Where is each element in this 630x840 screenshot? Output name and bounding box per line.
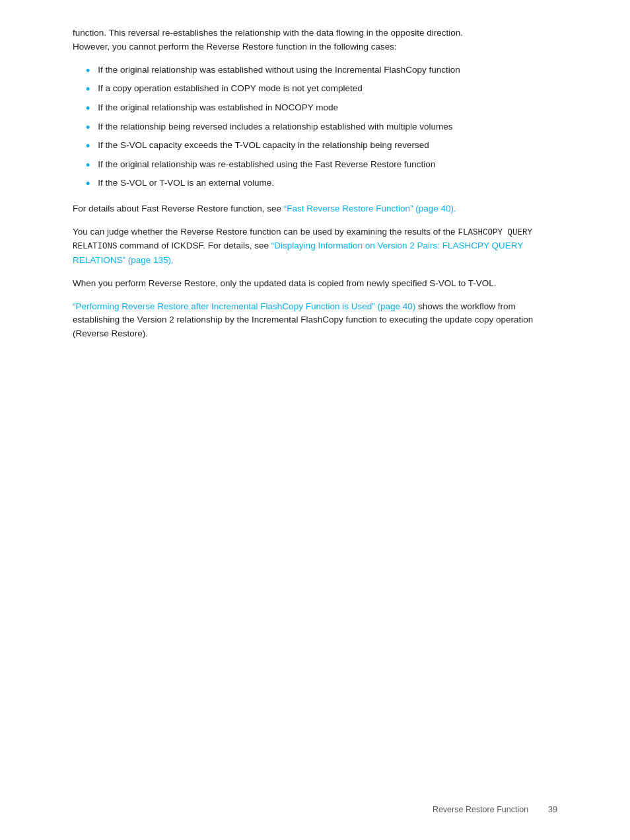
paragraph-fast-reverse: For details about Fast Reverse Restore f…	[73, 202, 557, 216]
bullet-list: • If the original relationship was estab…	[73, 63, 557, 192]
bullet-dot-3: •	[86, 102, 90, 116]
bullet-dot-2: •	[86, 83, 90, 97]
intro-paragraph: function. This reversal re-establishes t…	[73, 26, 557, 54]
bullet-text-5: If the S-VOL capacity exceeds the T-VOL …	[98, 139, 429, 153]
bullet-dot-4: •	[86, 121, 90, 135]
list-item: • If the original relationship was estab…	[73, 63, 557, 79]
list-item: • If the original relationship was estab…	[73, 101, 557, 116]
bullet-text-6: If the original relationship was re-esta…	[98, 158, 435, 172]
page-footer: Reverse Restore Function 39	[433, 804, 557, 816]
paragraph-judge: You can judge whether the Reverse Restor…	[73, 225, 557, 268]
intro-line1: function. This reversal re-establishes t…	[73, 28, 463, 38]
para3-text: When you perform Reverse Restore, only t…	[73, 278, 497, 288]
footer-section: Reverse Restore Function	[433, 804, 528, 816]
intro-line2: However, you cannot perform the Reverse …	[73, 42, 397, 52]
bullet-text-4: If the relationship being reversed inclu…	[98, 120, 452, 134]
para2-before: You can judge whether the Reverse Restor…	[73, 227, 458, 237]
footer-page-number: 39	[548, 804, 557, 816]
paragraph-performing: “Performing Reverse Restore after Increm…	[73, 300, 557, 342]
bullet-text-2: If a copy operation established in COPY …	[98, 82, 362, 96]
para1-before: For details about Fast Reverse Restore f…	[73, 204, 284, 213]
bullet-dot-1: •	[86, 64, 90, 79]
performing-reverse-link[interactable]: “Performing Reverse Restore after Increm…	[73, 301, 415, 311]
paragraph-when: When you perform Reverse Restore, only t…	[73, 277, 557, 291]
page: function. This reversal re-establishes t…	[0, 0, 630, 840]
bullet-dot-5: •	[86, 139, 90, 154]
bullet-dot-6: •	[86, 159, 90, 173]
bullet-dot-7: •	[86, 177, 90, 192]
bullet-text-3: If the original relationship was establi…	[98, 101, 338, 115]
bullet-text-1: If the original relationship was establi…	[98, 63, 460, 77]
fast-reverse-link[interactable]: “Fast Reverse Restore Function” (page 40…	[284, 204, 456, 213]
list-item: • If the original relationship was re-es…	[73, 158, 557, 173]
para2-middle: command of ICKDSF. For details, see	[118, 241, 271, 250]
list-item: • If the S-VOL capacity exceeds the T-VO…	[73, 139, 557, 154]
bullet-text-7: If the S-VOL or T-VOL is an external vol…	[98, 176, 274, 190]
list-item: • If the relationship being reversed inc…	[73, 120, 557, 135]
list-item: • If the S-VOL or T-VOL is an external v…	[73, 176, 557, 192]
list-item: • If a copy operation established in COP…	[73, 82, 557, 97]
content-area: function. This reversal re-establishes t…	[73, 26, 557, 341]
